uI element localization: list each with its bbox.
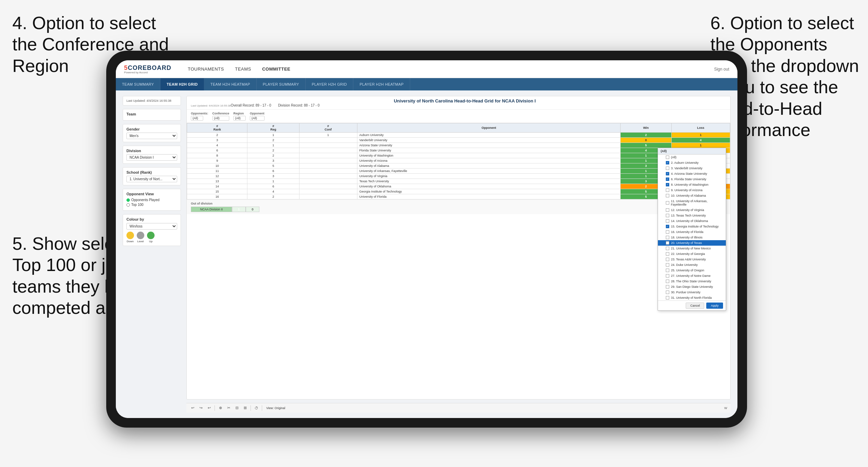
dropdown-item[interactable]: 20. University of Texas: [658, 240, 726, 246]
cell-name: University of Oklahoma: [357, 184, 621, 189]
dropdown-checkbox[interactable]: [666, 201, 669, 205]
dropdown-checkbox[interactable]: [666, 241, 669, 245]
nav-committee[interactable]: COMMITTEE: [262, 66, 291, 72]
back-icon[interactable]: ↩: [206, 405, 212, 411]
dropdown-item[interactable]: 11. University of Arkansas, Fayetteville: [658, 198, 726, 207]
dropdown-checkbox[interactable]: [666, 280, 669, 283]
cell-name: Florida State University: [357, 148, 621, 153]
dropdown-checkbox[interactable]: [666, 263, 669, 267]
dropdown-item[interactable]: 24. Duke University: [658, 262, 726, 268]
dropdown-buttons: Cancel Apply: [658, 300, 726, 310]
col-opponent: Opponent: [357, 123, 621, 133]
dropdown-item[interactable]: ✓4. Arizona State University: [658, 171, 726, 176]
dropdown-item[interactable]: 29. San Diego State University: [658, 284, 726, 290]
opponent-dropdown[interactable]: (All) (All)✓2. Auburn University3. Vande…: [658, 148, 726, 311]
school-select[interactable]: 1. University of Nort...: [126, 176, 177, 182]
subnav-player-h2h-heatmap[interactable]: PLAYER H2H HEATMAP: [353, 78, 410, 90]
remove-icon[interactable]: ⊟: [234, 405, 240, 411]
cell-conf: [299, 153, 357, 158]
dropdown-checkbox[interactable]: [666, 291, 669, 294]
dropdown-checkbox[interactable]: [666, 236, 669, 239]
subnav-player-h2h-grid[interactable]: PLAYER H2H GRID: [306, 78, 354, 90]
dropdown-checkbox[interactable]: ✓: [666, 183, 669, 186]
cancel-button[interactable]: Cancel: [686, 303, 704, 309]
cell-name: Georgia Institute of Technology: [357, 189, 621, 194]
dropdown-item[interactable]: ✓8. University of Washington: [658, 182, 726, 187]
opponent-select[interactable]: (All): [250, 116, 265, 121]
cell-rank: 10: [187, 163, 247, 169]
dropdown-item[interactable]: ✓15. Georgia Institute of Technology: [658, 224, 726, 229]
dropdown-checkbox[interactable]: ✓: [666, 172, 669, 175]
dropdown-checkbox[interactable]: ✓: [666, 161, 669, 164]
nav-signout[interactable]: Sign out: [714, 67, 729, 72]
nav-teams[interactable]: TEAMS: [235, 66, 251, 72]
dropdown-item[interactable]: (All): [658, 155, 726, 160]
toolbar-divider-3: [262, 405, 262, 411]
table-row: 6 2 Florida State University 4 2: [187, 148, 730, 153]
dropdown-checkbox[interactable]: [666, 219, 669, 223]
dropdown-item[interactable]: 21. University of New Mexico: [658, 246, 726, 251]
dropdown-item[interactable]: ✓6. Florida State University: [658, 176, 726, 182]
subnav-team-summary[interactable]: TEAM SUMMARY: [116, 78, 160, 90]
dropdown-item[interactable]: 10. University of Alabama: [658, 193, 726, 198]
dropdown-checkbox[interactable]: [666, 188, 669, 192]
dropdown-item[interactable]: 27. University of Notre Dame: [658, 273, 726, 279]
dropdown-item[interactable]: 14. University of Oklahoma: [658, 218, 726, 224]
dropdown-checkbox[interactable]: [666, 269, 669, 272]
undo-icon[interactable]: ↩: [190, 405, 195, 411]
radio-top-100[interactable]: Top 100: [126, 203, 177, 207]
dropdown-checkbox[interactable]: [666, 230, 669, 234]
subnav-team-h2h-heatmap[interactable]: TEAM H2H HEATMAP: [204, 78, 257, 90]
cell-reg: 5: [247, 163, 299, 169]
subnav-team-h2h-grid[interactable]: TEAM H2H GRID: [160, 78, 204, 90]
dropdown-item[interactable]: 12. University of Virginia: [658, 207, 726, 213]
dropdown-item[interactable]: 30. Purdue University: [658, 290, 726, 295]
gender-label: Gender: [126, 127, 177, 131]
division-select[interactable]: NCAA Division I: [126, 154, 177, 161]
opponents-select[interactable]: (All): [191, 116, 203, 121]
dropdown-item[interactable]: 23. Texas A&M University: [658, 257, 726, 262]
dropdown-item[interactable]: 3. Vanderbilt University: [658, 165, 726, 171]
region-select[interactable]: (All): [233, 116, 246, 121]
left-panel: Last Updated: 4/4/2024 16:55:38 Team Gen…: [123, 96, 181, 413]
timer-icon[interactable]: ⏱: [254, 405, 259, 411]
dropdown-checkbox[interactable]: [666, 214, 669, 217]
cell-name: University of Arkansas, Fayetteville: [357, 169, 621, 174]
dropdown-checkbox[interactable]: [666, 285, 669, 288]
dropdown-checkbox[interactable]: [666, 274, 669, 278]
add-icon[interactable]: ⊕: [218, 405, 223, 411]
conference-select[interactable]: (All): [212, 116, 230, 121]
dropdown-checkbox[interactable]: ✓: [666, 177, 669, 181]
dropdown-checkbox[interactable]: [666, 258, 669, 261]
dropdown-item[interactable]: 25. University of Oregon: [658, 268, 726, 273]
dropdown-checkbox[interactable]: [666, 247, 669, 250]
subnav-player-summary[interactable]: PLAYER SUMMARY: [257, 78, 306, 90]
dropdown-checkbox[interactable]: [666, 252, 669, 256]
grid-header: Last Updated: 4/4/2024 16:55:38 Universi…: [187, 96, 730, 110]
dropdown-item[interactable]: ✓2. Auburn University: [658, 160, 726, 165]
radio-opponents-played[interactable]: Opponents Played: [126, 198, 177, 202]
redo-icon[interactable]: ↪: [198, 405, 204, 411]
dropdown-item[interactable]: 13. Texas Tech University: [658, 213, 726, 218]
gender-select[interactable]: Men's Women's: [126, 133, 177, 139]
dropdown-item[interactable]: 18. University of Illinois: [658, 235, 726, 240]
nav-tournaments[interactable]: TOURNAMENTS: [188, 66, 224, 72]
view-label: View: Original: [266, 406, 285, 410]
dropdown-item[interactable]: 28. The Ohio State University: [658, 279, 726, 284]
cell-conf: [299, 163, 357, 169]
colour-by-select[interactable]: Win/loss: [126, 223, 177, 230]
dropdown-checkbox[interactable]: [666, 194, 669, 197]
cut-icon[interactable]: ✂: [226, 405, 231, 411]
division-row: NCAA Division II 1 0: [191, 207, 726, 212]
dropdown-item[interactable]: 31. University of North Florida: [658, 295, 726, 300]
dropdown-checkbox[interactable]: [666, 208, 669, 212]
dropdown-checkbox[interactable]: ✓: [666, 225, 669, 228]
dropdown-item[interactable]: 22. University of Georgia: [658, 251, 726, 257]
dropdown-checkbox[interactable]: [666, 156, 669, 159]
dropdown-checkbox[interactable]: [666, 296, 669, 299]
grid-icon[interactable]: ⊞: [242, 405, 248, 411]
apply-button[interactable]: Apply: [706, 303, 723, 309]
dropdown-item[interactable]: 9. University of Arizona: [658, 187, 726, 193]
dropdown-item[interactable]: 16. University of Florida: [658, 229, 726, 235]
dropdown-checkbox[interactable]: [666, 167, 669, 170]
